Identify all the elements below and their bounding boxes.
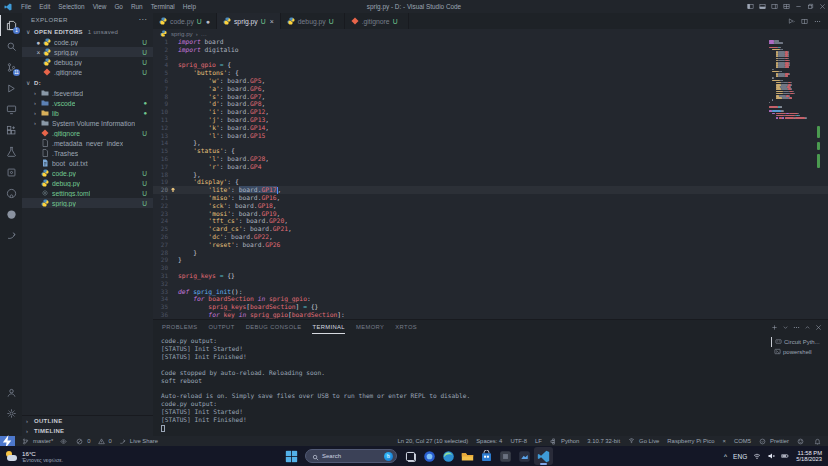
status-raspberry-pi-pico[interactable]: Raspberry Pi Pico xyxy=(667,438,714,444)
tree-item-sprig.py[interactable]: sprig.pyU xyxy=(22,198,153,208)
terminal-entry-powershell[interactable]: powershell xyxy=(771,347,828,357)
code-line-17[interactable]: 17 'r': board.GP4 xyxy=(153,163,828,171)
panel-tab-memory[interactable]: MEMORY xyxy=(356,320,384,334)
menu-item-terminal[interactable]: Terminal xyxy=(147,3,179,10)
tab-debug.py[interactable]: debug.pyU xyxy=(281,13,345,29)
taskbar-edge-icon[interactable] xyxy=(439,447,458,465)
tree-item-.metadata_never_index[interactable]: .metadata_never_index xyxy=(22,138,153,148)
taskbar-task-view-icon[interactable] xyxy=(401,447,420,465)
code-line-18[interactable]: 18 }, xyxy=(153,171,828,179)
code-line-23[interactable]: 23 'mosi': board.GP19, xyxy=(153,210,828,218)
tree-item-settings.toml[interactable]: settings.tomlU xyxy=(22,188,153,198)
tree-item-boot_out.txt[interactable]: boot_out.txt xyxy=(22,158,153,168)
status-3-10-7-32-bit[interactable]: 3.10.7 32-bit xyxy=(587,438,620,444)
volume-icon[interactable] xyxy=(767,452,775,460)
status-prettier[interactable]: Prettier xyxy=(759,438,789,445)
activity-extensions-icon[interactable] xyxy=(0,120,22,141)
panel-tab-debug-console[interactable]: DEBUG CONSOLE xyxy=(246,320,302,334)
code-line-19[interactable]: 19 'display': { xyxy=(153,178,828,186)
tree-item-debug.py[interactable]: debug.pyU xyxy=(22,178,153,188)
menu-item-view[interactable]: View xyxy=(89,3,111,10)
code-line-22[interactable]: 22 'sck': board.GP18, xyxy=(153,202,828,210)
menu-item-go[interactable]: Go xyxy=(110,3,127,10)
code-line-1[interactable]: 1import board xyxy=(153,38,828,46)
tree-item-lib[interactable]: ›lib● xyxy=(22,108,153,118)
outline-section[interactable]: › OUTLINE xyxy=(22,416,153,426)
ellipsis-icon[interactable] xyxy=(791,321,802,333)
status-lf[interactable]: LF xyxy=(535,438,542,444)
code-line-34[interactable]: 34 for boardSection in sprig_gpio: xyxy=(153,295,828,303)
close-icon[interactable]: × xyxy=(270,18,274,25)
code-line-25[interactable]: 25 'card_cs': board.GP21, xyxy=(153,225,828,233)
code-line-12[interactable]: 12 'k': board.GP14, xyxy=(153,124,828,132)
open-editor-sprig.py[interactable]: ×sprig.pyU xyxy=(22,47,153,57)
tree-item-.Trashes[interactable]: .Trashes xyxy=(22,148,153,158)
taskbar-search[interactable]: Searchb xyxy=(305,449,397,463)
activity-copilot-icon[interactable] xyxy=(0,204,22,225)
activity-account-icon[interactable] xyxy=(0,382,22,403)
status-eye-icon[interactable] xyxy=(60,438,69,445)
code-line-16[interactable]: 16 'l': board.GP28, xyxy=(153,155,828,163)
activity-testing-icon[interactable] xyxy=(0,141,22,162)
status-0[interactable]: 0 xyxy=(76,438,90,445)
panel-tab-xrtos[interactable]: XRTOS xyxy=(395,320,417,334)
code-line-5[interactable]: 5 'buttons': { xyxy=(153,69,828,77)
terminal-output[interactable]: code.py output:[STATUS] Init Started![ST… xyxy=(153,334,771,436)
code-line-28[interactable]: 28 } xyxy=(153,249,828,257)
panel-right-icon[interactable] xyxy=(768,0,780,13)
code-line-30[interactable]: 30 xyxy=(153,264,828,272)
explorer-more-icon[interactable]: ⋯ xyxy=(139,15,147,24)
panel-bottom-icon[interactable] xyxy=(756,0,768,13)
weather-widget[interactable]: 16°C Έντονες νεφώσε. xyxy=(5,450,63,463)
code-line-21[interactable]: 21 'miso': board.GP16, xyxy=(153,194,828,202)
status--[interactable]: × xyxy=(723,438,726,444)
code-line-36[interactable]: 36 for key in sprig_gpio[boardSection]: xyxy=(153,311,828,319)
taskbar-dark-app-icon[interactable] xyxy=(496,447,515,465)
code-line-33[interactable]: 33def sprig_init(): xyxy=(153,288,828,296)
close-icon[interactable] xyxy=(816,0,828,13)
chevron-down-icon[interactable] xyxy=(780,321,791,333)
open-editor-debug.py[interactable]: debug.pyU xyxy=(22,57,153,67)
code-line-9[interactable]: 9 'd': board.GP8, xyxy=(153,100,828,108)
activity-files-icon[interactable]: 1 xyxy=(0,15,22,36)
ellipsis-icon[interactable] xyxy=(811,15,824,28)
status-ln-20-col-27-10-selected[interactable]: Ln 20, Col 27 (10 selected) xyxy=(397,438,468,444)
breadcrumb-file[interactable]: sprig.py xyxy=(171,30,193,37)
plus-icon[interactable] xyxy=(769,321,780,333)
activity-github-icon[interactable] xyxy=(0,183,22,204)
menu-item-edit[interactable]: Edit xyxy=(35,3,54,10)
battery-icon[interactable] xyxy=(781,452,789,460)
breadcrumb-symbol[interactable]: … xyxy=(201,30,207,37)
code-editor[interactable]: 1import board2import digitalio34sprig_gp… xyxy=(153,38,828,319)
open-editor-code.py[interactable]: ●code.pyU xyxy=(22,37,153,47)
code-line-14[interactable]: 14 }, xyxy=(153,139,828,147)
activity-source-control-icon[interactable]: 11 xyxy=(0,57,22,78)
split-editor-icon[interactable] xyxy=(798,15,811,28)
tree-item-System Volume Information[interactable]: ›System Volume Information xyxy=(22,118,153,128)
tree-item-.vscode[interactable]: ›.vscode● xyxy=(22,98,153,108)
code-line-35[interactable]: 35 sprig_keys[boardSection] = {} xyxy=(153,303,828,311)
tray-chevron-icon[interactable]: ^ xyxy=(724,453,727,460)
menu-item-run[interactable]: Run xyxy=(127,3,147,10)
activity-liveshare-icon[interactable] xyxy=(0,225,22,246)
wifi-icon[interactable] xyxy=(753,452,761,460)
activity-jupyter-icon[interactable] xyxy=(0,162,22,183)
panel-left-icon[interactable] xyxy=(744,0,756,13)
code-line-11[interactable]: 11 'j': board.GP13, xyxy=(153,116,828,124)
timeline-section[interactable]: › TIMELINE xyxy=(22,426,153,436)
menu-item-selection[interactable]: Selection xyxy=(54,3,88,10)
minimize-icon[interactable] xyxy=(792,0,804,13)
panel-tab-problems[interactable]: PROBLEMS xyxy=(162,320,197,334)
panel-tab-terminal[interactable]: TERMINAL xyxy=(312,320,345,334)
code-line-32[interactable]: 32 xyxy=(153,280,828,288)
close-icon[interactable] xyxy=(813,321,824,333)
taskbar-store-icon[interactable] xyxy=(477,447,496,465)
chevron-up-icon[interactable] xyxy=(802,321,813,333)
layout-icon[interactable] xyxy=(780,0,792,13)
code-line-15[interactable]: 15 'status': { xyxy=(153,147,828,155)
code-line-31[interactable]: 31sprig_keys = {} xyxy=(153,272,828,280)
remote-indicator[interactable] xyxy=(0,436,15,446)
status-python[interactable]: Python xyxy=(550,438,579,445)
taskbar-windows-start-icon[interactable] xyxy=(282,447,301,465)
status-utf-8[interactable]: UTF-8 xyxy=(510,438,527,444)
